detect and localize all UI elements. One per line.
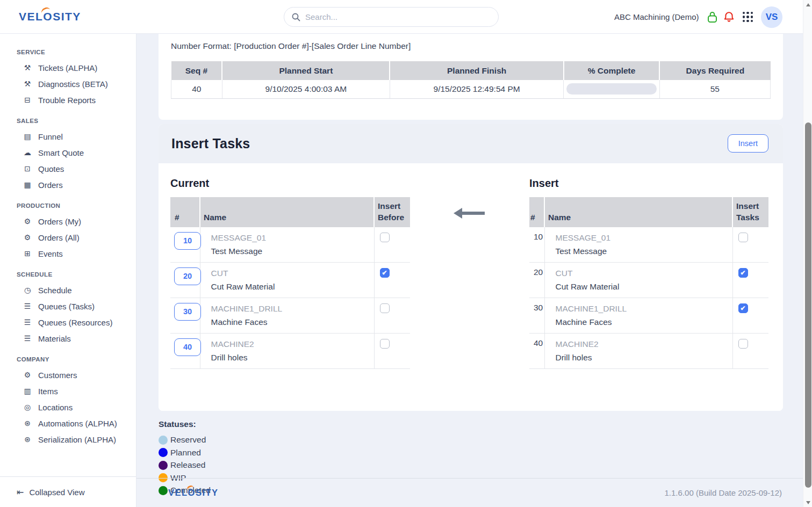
transfer-direction-zone <box>410 176 529 369</box>
numbered-list-icon: ☰ <box>23 302 32 310</box>
sidebar-item-label: Schedule <box>38 286 72 295</box>
insert-tasks-body: Current # Name Insert Before <box>159 163 783 411</box>
sidebar-item-serialization[interactable]: ⊛ Serialization (ALPHA) <box>0 431 136 447</box>
page-scrollbar[interactable] <box>803 0 812 507</box>
sidebar-item-label: Locations <box>38 403 73 412</box>
user-avatar[interactable]: VS <box>761 6 782 28</box>
app-grid-icon[interactable] <box>743 12 753 23</box>
insert-tasks-panel: Insert # Name Insert Tasks <box>529 176 768 369</box>
sidebar-item-trouble-reports[interactable]: ⊟ Trouble Reports <box>0 92 136 108</box>
sidebar-item-quotes[interactable]: ⊡ Quotes <box>0 161 136 177</box>
insert-tasks-header: Insert Tasks Insert <box>159 124 783 163</box>
app-logo[interactable]: VELOSITY <box>19 10 81 23</box>
table-row: 40 9/10/2025 4:00:03 AM 9/15/2025 12:49:… <box>171 80 771 98</box>
main-content: Number Format: [Production Order #]-[Sal… <box>136 34 803 474</box>
sidebar-item-orders[interactable]: ▦ Orders <box>0 177 136 193</box>
scrollbar-down-arrow[interactable] <box>803 498 812 507</box>
column-header: Planned Start <box>222 61 390 80</box>
column-header: Days Required <box>659 61 770 80</box>
progress-bar <box>566 83 656 95</box>
seq-number-button[interactable]: 30 <box>174 303 201 321</box>
column-header: Planned Finish <box>390 61 563 80</box>
sidebar-item-label: Orders <box>38 180 63 190</box>
section-header: SCHEDULE <box>0 271 136 282</box>
pin-icon: ◎ <box>23 403 32 411</box>
seq-number-button[interactable]: 10 <box>174 232 201 250</box>
sidebar-item-locations[interactable]: ◎ Locations <box>0 399 136 415</box>
sidebar-item-label: Customers <box>38 371 77 380</box>
sidebar-item-schedule[interactable]: ◷ Schedule <box>0 282 136 298</box>
task-code: MESSAGE_01 <box>204 232 371 244</box>
sidebar-item-label: Events <box>38 249 63 258</box>
insert-tasks-checkbox[interactable] <box>738 233 748 242</box>
collapsed-view-toggle[interactable]: ⇤ Collapsed View <box>0 476 136 507</box>
seq-number-button[interactable]: 20 <box>174 267 201 285</box>
sidebar-item-diagnostics[interactable]: ⚒ Diagnostics (BETA) <box>0 76 136 92</box>
insert-before-checkbox[interactable] <box>380 233 390 242</box>
logo-text: VEL <box>168 488 188 498</box>
column-header: Name <box>544 197 732 227</box>
task-row: 40 MACHINE2 Drill holes <box>529 333 768 368</box>
collapse-left-icon: ⇤ <box>17 487 24 497</box>
sidebar-item-orders-my[interactable]: ⚙ Orders (My) <box>0 213 136 229</box>
wrench-icon: ⚒ <box>23 63 32 72</box>
sidebar-item-queues-resources[interactable]: ☰ Queues (Resources) <box>0 314 136 330</box>
column-header: # <box>529 197 544 227</box>
sidebar-item-label: Materials <box>38 334 71 343</box>
status-dot-planned <box>159 448 168 457</box>
insert-tasks-checkbox[interactable] <box>738 339 748 349</box>
logo-text: VEL <box>19 10 43 23</box>
scrollbar-thumb[interactable] <box>805 122 811 488</box>
section-header: PRODUCTION <box>0 202 136 213</box>
task-code: MACHINE2 <box>548 338 729 350</box>
building-icon: ▤ <box>23 132 32 141</box>
footer-logo: VELOSITY <box>168 488 219 498</box>
sidebar-item-smart-quote[interactable]: ☁ Smart Quote <box>0 144 136 161</box>
section-header: COMPANY <box>0 356 136 367</box>
sidebar-item-tickets[interactable]: ⚒ Tickets (ALPHA) <box>0 60 136 76</box>
task-row: 30 MACHINE1_DRILL Machine Faces <box>170 298 410 333</box>
sidebar-item-items[interactable]: ▥ Items <box>0 383 136 399</box>
sidebar-section-production: PRODUCTION ⚙ Orders (My) ⚙ Orders (All) … <box>0 202 136 262</box>
sidebar-item-funnel[interactable]: ▤ Funnel <box>0 128 136 144</box>
sidebar-item-events[interactable]: ⊞ Events <box>0 245 136 262</box>
seq-number-button[interactable]: 40 <box>174 338 201 356</box>
task-row: 30 MACHINE1_DRILL Machine Faces <box>529 298 768 333</box>
logo-o-swoosh-icon: O <box>43 10 53 23</box>
seq-number: 30 <box>533 303 543 312</box>
main-area: Number Format: [Production Order #]-[Sal… <box>136 34 803 507</box>
task-code: MESSAGE_01 <box>548 232 729 244</box>
sidebar-section-company: COMPANY ⚙ Customers ▥ Items ◎ Locations <box>0 356 136 447</box>
sidebar-item-orders-all[interactable]: ⚙ Orders (All) <box>0 229 136 245</box>
global-search[interactable] <box>284 7 499 27</box>
planned-start-cell: 9/10/2025 4:00:03 AM <box>222 80 390 98</box>
task-description: Drill holes <box>548 352 729 364</box>
cloud-icon: ☁ <box>23 148 32 157</box>
section-header: SALES <box>0 118 136 128</box>
version-label: 1.1.6.00 (Build Date 2025-09-12) <box>665 488 782 497</box>
insert-before-checkbox[interactable] <box>380 339 390 349</box>
sidebar-item-customers[interactable]: ⚙ Customers <box>0 367 136 383</box>
insert-before-checkbox[interactable] <box>380 268 390 278</box>
calendar-icon: ⊞ <box>23 249 32 258</box>
task-code: CUT <box>204 267 371 279</box>
sidebar-item-automations[interactable]: ⊛ Automations (ALPHA) <box>0 415 136 431</box>
insert-tasks-checkbox[interactable] <box>738 303 748 313</box>
search-icon <box>292 13 300 21</box>
column-header: # <box>170 197 200 227</box>
seq-number: 20 <box>533 267 543 277</box>
task-row: 40 MACHINE2 Drill holes <box>170 333 410 368</box>
notifications-bell-icon[interactable] <box>724 11 734 23</box>
legend-label: Reserved <box>170 435 206 445</box>
insert-button[interactable]: Insert <box>728 134 768 153</box>
machine-icon: ⚙ <box>23 217 32 226</box>
scrollbar-up-arrow[interactable] <box>803 0 812 9</box>
insert-before-checkbox[interactable] <box>380 303 390 313</box>
sidebar-item-queues-tasks[interactable]: ☰ Queues (Tasks) <box>0 298 136 314</box>
sidebar-item-materials[interactable]: ☰ Materials <box>0 330 136 346</box>
insert-tasks-checkbox[interactable] <box>738 268 748 278</box>
current-tasks-table: # Name Insert Before 10 MESSAGE_01 <box>170 197 410 369</box>
lock-icon[interactable] <box>707 11 718 23</box>
sidebar-item-label: Automations (ALPHA) <box>38 419 117 428</box>
search-input[interactable] <box>305 12 491 21</box>
